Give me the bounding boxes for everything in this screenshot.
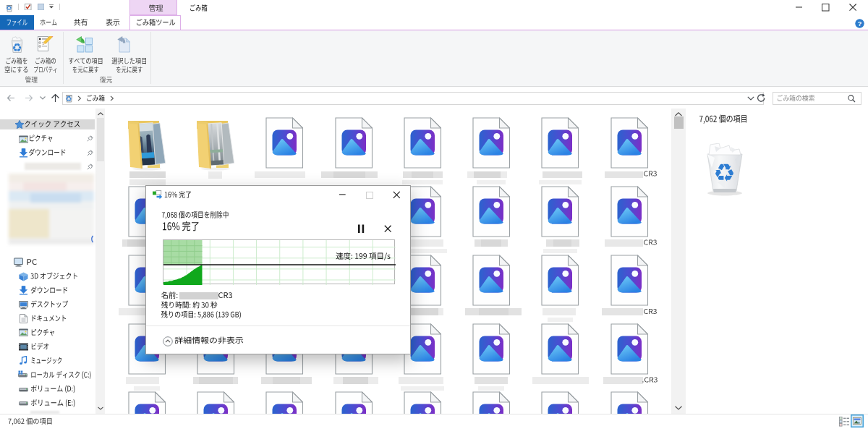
svg-text:?: ? xyxy=(858,20,862,27)
